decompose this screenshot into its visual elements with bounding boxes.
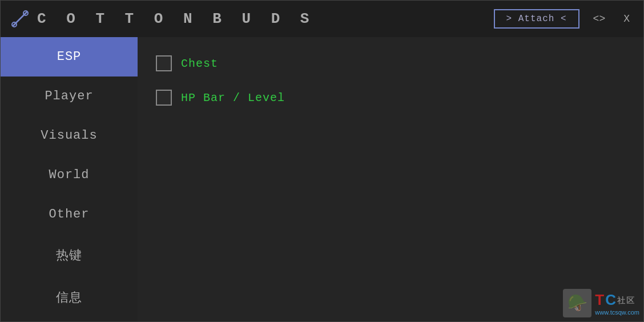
watermark-avatar: 🪖 [563, 289, 591, 317]
main-content: ESP Player Visuals World Other 热键 信息 [1, 37, 643, 321]
watermark-brand: TC社区 [595, 291, 635, 309]
watermark-url: www.tcsqw.com [595, 309, 639, 316]
chest-checkbox[interactable] [156, 55, 172, 71]
sidebar-item-world[interactable]: World [1, 155, 138, 195]
hpbar-checkbox[interactable] [156, 90, 172, 106]
hpbar-row: HP Bar / Level [156, 85, 625, 110]
chest-row: Chest [156, 51, 625, 76]
attach-button[interactable]: > Attach < [494, 9, 579, 29]
title-controls: > Attach < <> X [494, 9, 634, 29]
chest-label: Chest [181, 57, 218, 70]
brand-suffix: 社区 [617, 296, 635, 305]
sidebar-item-visuals[interactable]: Visuals [1, 116, 138, 155]
title-left: C O T T O N B U D S [10, 9, 315, 29]
hpbar-label: HP Bar / Level [181, 91, 285, 104]
watermark-text: TC社区 www.tcsqw.com [595, 291, 639, 316]
sidebar-item-esp[interactable]: ESP [1, 37, 138, 77]
sidebar-item-info[interactable]: 信息 [1, 276, 138, 319]
app-window: C O T T O N B U D S > Attach < <> X ESP … [0, 0, 644, 322]
sidebar-item-other[interactable]: Other [1, 195, 138, 234]
svg-line-0 [13, 12, 27, 26]
sidebar-item-hotkeys[interactable]: 热键 [1, 234, 138, 276]
logo-icon [10, 9, 30, 29]
sidebar: ESP Player Visuals World Other 热键 信息 [1, 37, 138, 321]
watermark: 🪖 TC社区 www.tcsqw.com [563, 289, 639, 317]
brand-c: C [605, 291, 617, 308]
code-button[interactable]: <> [589, 11, 610, 27]
app-title: C O T T O N B U D S [37, 10, 315, 27]
title-bar: C O T T O N B U D S > Attach < <> X [1, 1, 643, 37]
brand-t: T [595, 291, 605, 308]
close-button[interactable]: X [619, 11, 634, 27]
sidebar-item-player[interactable]: Player [1, 77, 138, 116]
esp-content-panel: Chest HP Bar / Level [138, 37, 643, 321]
